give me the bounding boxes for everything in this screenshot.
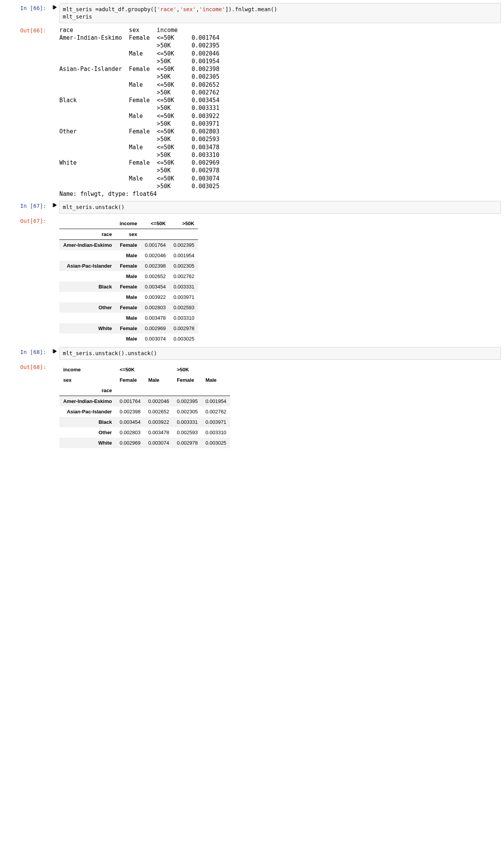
- code-string: 'race': [157, 6, 176, 12]
- row-header: Amer-Indian-Eskimo: [59, 240, 116, 251]
- cell-value: 0.002395: [173, 396, 202, 407]
- cell-value: 0.002395: [170, 240, 198, 251]
- column-level-name: income: [59, 364, 116, 375]
- table-row: Asian-Pac-Islander0.0023980.0026520.0023…: [59, 406, 230, 417]
- column-header: Female: [116, 375, 144, 385]
- table-row: Other0.0028030.0034780.0025930.003310: [59, 427, 230, 438]
- column-header: Male: [202, 375, 230, 385]
- table-row: Male0.0039220.003971: [59, 292, 198, 302]
- row-header: Amer-Indian-Eskimo: [59, 396, 116, 407]
- cell-value: 0.003025: [202, 438, 230, 448]
- column-header: Female: [173, 375, 202, 385]
- run-cell-icon[interactable]: [52, 5, 57, 11]
- row-header: [59, 250, 116, 261]
- row-header: [59, 292, 116, 302]
- cell-value: 0.003454: [116, 417, 144, 427]
- cell-value: 0.003310: [202, 427, 230, 438]
- cell-value: 0.002978: [170, 323, 198, 334]
- cell-value: 0.002305: [173, 406, 202, 417]
- cell-value: 0.001764: [141, 240, 170, 251]
- cell-value: 0.003971: [202, 417, 230, 427]
- cell-value: 0.003074: [144, 438, 173, 448]
- row-header: Other: [59, 302, 116, 313]
- table-row: Male0.0030740.003025: [59, 334, 198, 344]
- cell-value: 0.002969: [116, 438, 144, 448]
- cell-value: 0.001764: [116, 396, 144, 407]
- row-header: Other: [59, 427, 116, 438]
- code-cell-67: In [67]: mlt_seris.unstack(): [3, 201, 501, 214]
- cell-value: 0.003971: [170, 292, 198, 302]
- code-cell-68: In [68]: mlt_seris.unstack().unstack(): [3, 347, 501, 360]
- row-header: White: [59, 438, 116, 448]
- table-row: Amer-Indian-Eskimo0.0017640.0020460.0023…: [59, 396, 230, 407]
- code-input[interactable]: mlt_seris.unstack().unstack(): [59, 347, 501, 360]
- row-header: White: [59, 323, 116, 334]
- output-prompt: Out[66]:: [3, 25, 50, 199]
- cell-value: 0.003331: [170, 281, 198, 292]
- row-header: Female: [116, 302, 141, 313]
- cell-value: 0.002803: [141, 302, 170, 313]
- input-prompt: In [66]:: [3, 3, 50, 23]
- table-row: BlackFemale0.0034540.003331: [59, 281, 198, 292]
- cell-value: 0.003310: [170, 313, 198, 323]
- row-header: Male: [116, 271, 141, 281]
- index-name: race: [59, 385, 116, 396]
- row-header: Asian-Pac-Islander: [59, 406, 116, 417]
- table-row: Male0.0026520.002762: [59, 271, 198, 281]
- table-row: Black0.0034540.0039220.0033310.003971: [59, 417, 230, 427]
- cell-value: 0.002762: [202, 406, 230, 417]
- input-prompt: In [67]:: [3, 201, 50, 214]
- cell-value: 0.002978: [173, 438, 202, 448]
- column-level-name: sex: [59, 375, 116, 385]
- index-name: race: [59, 229, 116, 240]
- code-string: 'sex': [180, 6, 196, 12]
- code-cell-66: In [66]: mlt_seris =adult_df.groupby(['r…: [3, 3, 501, 23]
- table-row: OtherFemale0.0028030.002593: [59, 302, 198, 313]
- cell-value: 0.002593: [170, 302, 198, 313]
- cell-value: 0.002046: [144, 396, 173, 407]
- row-header: Female: [116, 281, 141, 292]
- row-header: [59, 313, 116, 323]
- code-text: mlt_seris =adult_df.groupby([: [63, 6, 157, 12]
- column-header: >50K: [173, 364, 230, 375]
- code-input[interactable]: mlt_seris.unstack(): [59, 201, 501, 214]
- output-area: income <=50K >50K sex Female Male Female…: [59, 362, 501, 449]
- row-header: [59, 271, 116, 281]
- output-area: income <=50K >50K race sex Amer-Indian-E…: [59, 216, 501, 345]
- row-header: Female: [116, 261, 141, 271]
- cell-value: 0.003478: [141, 313, 170, 323]
- cell-value: 0.003922: [141, 292, 170, 302]
- index-name: sex: [116, 229, 141, 240]
- table-row: Amer-Indian-EskimoFemale0.0017640.002395: [59, 240, 198, 251]
- text-output: race sex income Amer-Indian-Eskimo Femal…: [59, 26, 498, 198]
- cell-value: 0.001954: [202, 396, 230, 407]
- cell-value: 0.002305: [170, 261, 198, 271]
- run-cell-icon[interactable]: [52, 349, 57, 355]
- cell-value: 0.003025: [170, 334, 198, 344]
- row-header: Male: [116, 292, 141, 302]
- cell-value: 0.002398: [141, 261, 170, 271]
- code-text: ,: [196, 6, 199, 12]
- cell-value: 0.003331: [173, 417, 202, 427]
- code-text: ]).fnlwgt.mean(): [225, 6, 277, 12]
- row-header: Female: [116, 323, 141, 334]
- code-input[interactable]: mlt_seris =adult_df.groupby(['race','sex…: [59, 3, 501, 23]
- row-header: Female: [116, 240, 141, 251]
- row-header: Black: [59, 417, 116, 427]
- dataframe-output: income <=50K >50K sex Female Male Female…: [59, 364, 230, 448]
- cell-value: 0.003922: [144, 417, 173, 427]
- row-header: Male: [116, 250, 141, 261]
- cell-value: 0.002593: [173, 427, 202, 438]
- table-row: White0.0029690.0030740.0029780.003025: [59, 438, 230, 448]
- output-prompt: Out[68]:: [3, 362, 50, 449]
- cell-value: 0.003454: [141, 281, 170, 292]
- row-header: Asian-Pac-Islander: [59, 261, 116, 271]
- table-row: Male0.0020460.001954: [59, 250, 198, 261]
- output-cell-66: Out[66]: race sex income Amer-Indian-Esk…: [3, 25, 501, 199]
- cell-value: 0.002803: [116, 427, 144, 438]
- column-header: Male: [144, 375, 173, 385]
- input-prompt: In [68]:: [3, 347, 50, 360]
- run-cell-icon[interactable]: [52, 202, 57, 209]
- cell-value: 0.002969: [141, 323, 170, 334]
- cell-value: 0.002652: [144, 406, 173, 417]
